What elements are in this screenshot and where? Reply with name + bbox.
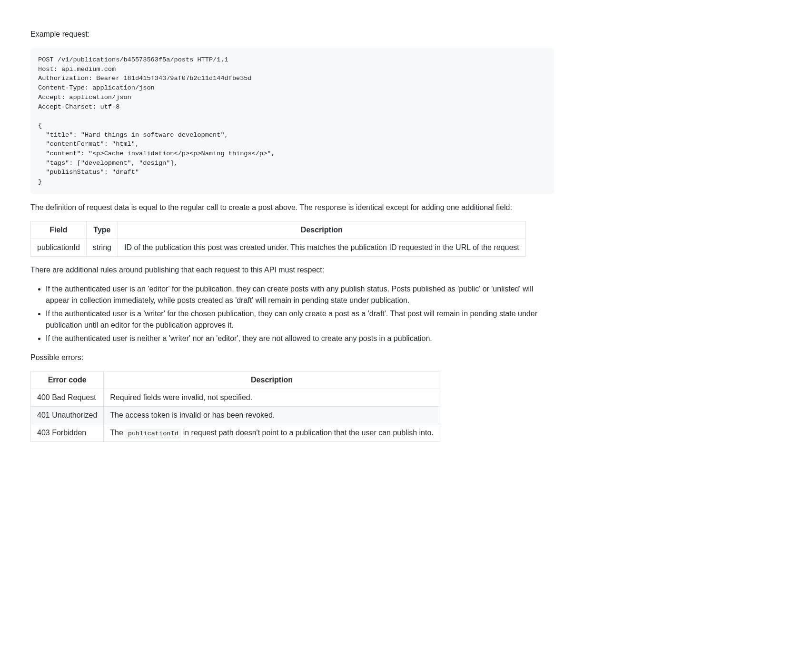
definition-paragraph: The definition of request data is equal … [30, 202, 554, 213]
fields-cell-type: string [86, 239, 118, 256]
table-header-row: Error code Description [31, 371, 440, 389]
errors-header-description: Description [104, 371, 440, 389]
rules-list: If the authenticated user is an 'editor'… [30, 283, 554, 344]
fields-header-type: Type [86, 221, 118, 239]
possible-errors-label: Possible errors: [30, 352, 554, 363]
errors-cell-description: Required fields were invalid, not specif… [104, 389, 440, 406]
error-desc-prefix: The [110, 429, 125, 437]
table-row: 403 Forbidden The publicationId in reque… [31, 424, 440, 441]
list-item: If the authenticated user is an 'editor'… [46, 283, 554, 306]
table-row: publicationId string ID of the publicati… [31, 239, 526, 256]
errors-cell-code: 400 Bad Request [31, 389, 104, 406]
table-row: 401 Unauthorized The access token is inv… [31, 406, 440, 424]
fields-table: Field Type Description publicationId str… [30, 221, 554, 257]
errors-cell-code: 403 Forbidden [31, 424, 104, 441]
errors-cell-description: The publicationId in request path doesn'… [104, 424, 440, 441]
table-row: 400 Bad Request Required fields were inv… [31, 389, 440, 406]
example-request-code-block: POST /v1/publications/b45573563f5a/posts… [30, 48, 554, 194]
errors-cell-code: 401 Unauthorized [31, 406, 104, 424]
doc-container: Example request: POST /v1/publications/b… [30, 29, 554, 442]
errors-cell-description: The access token is invalid or has been … [104, 406, 440, 424]
fields-header-field: Field [31, 221, 87, 239]
error-desc-suffix: in request path doesn't point to a publi… [181, 429, 434, 437]
inline-code: publicationId [125, 429, 181, 438]
fields-cell-field: publicationId [31, 239, 87, 256]
fields-cell-description: ID of the publication this post was crea… [118, 239, 525, 256]
errors-header-code: Error code [31, 371, 104, 389]
errors-table: Error code Description 400 Bad Request R… [30, 371, 554, 442]
list-item: If the authenticated user is neither a '… [46, 333, 554, 344]
example-request-label: Example request: [30, 29, 554, 40]
list-item: If the authenticated user is a 'writer' … [46, 308, 554, 331]
fields-header-description: Description [118, 221, 525, 239]
rules-intro: There are additional rules around publis… [30, 264, 554, 276]
table-header-row: Field Type Description [31, 221, 526, 239]
